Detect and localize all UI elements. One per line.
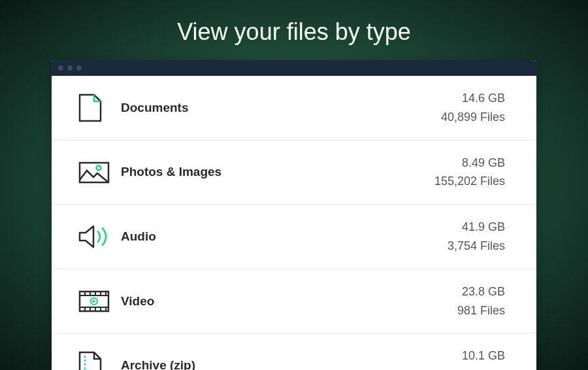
row-label: Photos & Images	[121, 165, 434, 179]
file-type-row-video[interactable]: Video 23.8 GB 981 Files	[52, 269, 536, 334]
row-size: 41.9 GB	[448, 218, 505, 237]
row-size: 8.49 GB	[434, 154, 505, 173]
page-title: View your files by type	[0, 0, 588, 60]
window-dot	[58, 65, 63, 71]
window-titlebar	[52, 60, 536, 76]
video-icon	[78, 289, 112, 314]
row-file-count: 3,015 Files	[448, 365, 505, 370]
row-label: Audio	[121, 229, 448, 244]
row-size: 14.6 GB	[441, 89, 505, 108]
file-type-row-audio[interactable]: Audio 41.9 GB 3,754 Files	[52, 205, 536, 269]
row-label: Documents	[121, 101, 441, 115]
file-type-row-archive[interactable]: Archive (zip) 10.1 GB 3,015 Files	[52, 333, 536, 370]
row-size: 23.8 GB	[457, 282, 505, 301]
row-file-count: 3,754 Files	[448, 237, 505, 256]
photos-icon	[78, 159, 112, 185]
row-label: Video	[121, 294, 457, 309]
row-label: Archive (zip)	[121, 358, 448, 370]
row-stats: 41.9 GB 3,754 Files	[448, 218, 505, 256]
window-dot	[76, 65, 82, 71]
file-type-row-photos[interactable]: Photos & Images 8.49 GB 155,202 Files	[52, 141, 536, 205]
row-file-count: 40,899 Files	[441, 108, 505, 127]
document-icon	[78, 93, 112, 123]
archive-icon	[78, 350, 112, 370]
row-stats: 14.6 GB 40,899 Files	[441, 89, 505, 127]
svg-point-1	[97, 166, 101, 171]
audio-icon	[78, 222, 112, 251]
row-file-count: 155,202 Files	[434, 172, 505, 191]
window-dot	[67, 65, 73, 71]
row-size: 10.1 GB	[448, 346, 505, 365]
row-stats: 10.1 GB 3,015 Files	[448, 346, 505, 370]
row-stats: 8.49 GB 155,202 Files	[434, 154, 505, 192]
row-stats: 23.8 GB 981 Files	[457, 282, 505, 320]
file-type-list: Documents 14.6 GB 40,899 Files Photos & …	[52, 76, 536, 370]
file-type-row-documents[interactable]: Documents 14.6 GB 40,899 Files	[52, 76, 536, 141]
app-window: Documents 14.6 GB 40,899 Files Photos & …	[52, 60, 536, 370]
row-file-count: 981 Files	[457, 301, 505, 320]
